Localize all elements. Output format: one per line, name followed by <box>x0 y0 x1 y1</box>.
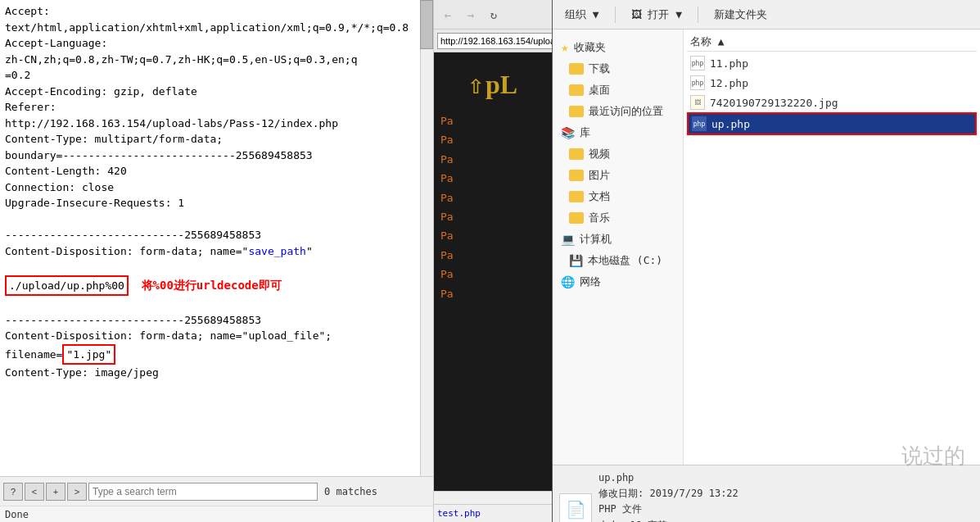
arrow-icon: ⇧ <box>468 69 484 100</box>
folder-icon <box>569 212 584 224</box>
file-list: 名称 ▲ php 11.php php 12.php 🖼 74201907291… <box>684 30 980 465</box>
php-file-icon: php <box>690 56 705 70</box>
nav-favorites[interactable]: ★ 收藏夹 <box>553 36 683 58</box>
pass-item: Pa <box>440 111 545 130</box>
browser-nav: ← → ↻ <box>434 0 552 30</box>
disk-icon: 💾 <box>569 254 583 267</box>
upload-logo: ⇧ pL <box>468 52 517 108</box>
pass-item: Pa <box>440 246 545 265</box>
folder-icon <box>569 63 584 75</box>
organize-button[interactable]: 组织 ▼ <box>559 5 605 25</box>
file-row-upphp[interactable]: php up.php <box>687 112 977 135</box>
pass-item: Pa <box>440 284 545 303</box>
pass-item: Pa <box>440 226 545 245</box>
file-row-jpg[interactable]: 🖼 7420190729132220.jpg <box>687 93 977 112</box>
file-explorer-panel: 组织 ▼ 🖼 打开 ▼ 新建文件夹 ★ 收藏夹 下载 桌面 <box>553 0 980 522</box>
add-button[interactable]: + <box>46 483 65 501</box>
prev-button[interactable]: < <box>25 483 44 501</box>
file-thumb-icon: 📄 <box>566 500 586 520</box>
nav-item-label: 桌面 <box>589 83 610 98</box>
toolbar-divider-2 <box>698 7 698 23</box>
nav-documents[interactable]: 文档 <box>553 186 683 207</box>
pass-item: Pa <box>440 130 545 149</box>
pass-list: Pa Pa Pa Pa Pa Pa Pa Pa Pa Pa <box>434 108 552 306</box>
pass-item: Pa <box>440 150 545 169</box>
file-thumbnail: 📄 <box>559 493 592 522</box>
help-button[interactable]: ? <box>3 483 23 501</box>
nav-item-label: 图片 <box>589 168 610 183</box>
forward-button[interactable]: → <box>462 6 480 24</box>
next-button[interactable]: > <box>67 483 87 501</box>
star-icon: ★ <box>561 39 569 55</box>
request-content[interactable]: Accept: text/html,application/xhtml+xml,… <box>0 0 433 476</box>
toolbar-divider <box>615 7 616 23</box>
file-info-modified: 修改日期: 2019/7/29 13:22 <box>598 486 738 502</box>
folder-icon <box>569 84 584 96</box>
file-info-name: up.php <box>598 470 738 486</box>
pass-item: Pa <box>440 169 545 188</box>
watermark: 说过的 <box>901 442 965 470</box>
explorer-body: ★ 收藏夹 下载 桌面 最近访问的位置 📚 库 <box>553 30 980 465</box>
line-accept: Accept: text/html,application/xhtml+xml,… <box>5 5 409 379</box>
nav-desktop[interactable]: 桌面 <box>553 79 683 101</box>
vertical-scrollbar[interactable] <box>420 0 433 476</box>
nav-pictures[interactable]: 图片 <box>553 165 683 186</box>
new-folder-button[interactable]: 新建文件夹 <box>708 5 773 25</box>
nav-item-label: 最近访问的位置 <box>589 104 663 119</box>
url-input[interactable] <box>437 33 553 49</box>
save-path-link: save_path <box>248 245 305 257</box>
search-input[interactable] <box>88 483 318 501</box>
nav-network[interactable]: 🌐 网络 <box>553 271 683 293</box>
refresh-button[interactable]: ↻ <box>485 6 503 24</box>
back-button[interactable]: ← <box>439 6 457 24</box>
scrollbar-thumb[interactable] <box>420 0 433 49</box>
explorer-nav: ★ 收藏夹 下载 桌面 最近访问的位置 📚 库 <box>553 30 684 465</box>
pass-item: Pa <box>440 207 545 226</box>
status-bar: Done <box>0 506 433 522</box>
file-name: 12.php <box>710 77 748 89</box>
file-row-12php[interactable]: php 12.php <box>687 73 977 93</box>
nav-music[interactable]: 音乐 <box>553 207 683 229</box>
file-name: 11.php <box>710 57 748 70</box>
url-bar-area <box>434 30 552 52</box>
nav-item-label: 视频 <box>589 147 610 161</box>
save-path-value: ./upload/up.php%00 <box>5 275 129 297</box>
logo-text: pL <box>485 70 517 100</box>
file-list-header: 名称 ▲ <box>687 33 977 52</box>
pass-item: Pa <box>440 188 545 207</box>
file-preview: 📄 up.php 修改日期: 2019/7/29 13:22 PHP 文件 大小… <box>559 470 738 522</box>
browser-scrollbar[interactable] <box>434 491 552 504</box>
file-info-size: 大小: 18 字节 <box>598 518 738 522</box>
browser-panel: ← → ↻ ⇧ pL Pa Pa Pa Pa Pa Pa Pa Pa Pa Pa <box>434 0 553 522</box>
nav-videos[interactable]: 视频 <box>553 143 683 165</box>
explorer-bottom-bar: 📄 up.php 修改日期: 2019/7/29 13:22 PHP 文件 大小… <box>553 465 980 522</box>
browser-content: ⇧ pL Pa Pa Pa Pa Pa Pa Pa Pa Pa Pa <box>434 52 552 491</box>
folder-icon <box>569 148 584 160</box>
request-text: Accept: text/html,application/xhtml+xml,… <box>5 3 428 381</box>
nav-item-label: 收藏夹 <box>574 40 606 55</box>
annotation-text: 将%00进行urldecode即可 <box>142 279 282 292</box>
file-row-11php[interactable]: php 11.php <box>687 53 977 73</box>
name-column-header: 名称 ▲ <box>690 34 725 49</box>
nav-library[interactable]: 📚 库 <box>553 122 683 143</box>
filename-value: "1.jpg" <box>62 344 115 365</box>
search-bar: ? < + > 0 matches <box>0 476 433 506</box>
match-count: 0 matches <box>324 486 377 497</box>
img-file-icon: 🖼 <box>690 95 705 110</box>
nav-downloads[interactable]: 下载 <box>553 58 683 79</box>
file-info-type: PHP 文件 <box>598 502 738 517</box>
file-info: up.php 修改日期: 2019/7/29 13:22 PHP 文件 大小: … <box>598 470 738 522</box>
test-php-link[interactable]: test.php <box>437 508 481 519</box>
open-button[interactable]: 🖼 打开 ▼ <box>625 5 688 25</box>
php-file-icon: php <box>690 75 705 90</box>
nav-local-disk[interactable]: 💾 本地磁盘 (C:) <box>553 250 683 271</box>
nav-item-label: 本地磁盘 (C:) <box>588 253 662 268</box>
nav-computer[interactable]: 💻 计算机 <box>553 229 683 250</box>
nav-item-label: 文档 <box>589 189 610 204</box>
library-icon: 📚 <box>561 126 575 139</box>
computer-icon: 💻 <box>561 233 575 246</box>
php-file-icon: php <box>692 116 707 131</box>
nav-item-label: 库 <box>580 125 590 140</box>
nav-recent[interactable]: 最近访问的位置 <box>553 101 683 122</box>
folder-icon <box>569 170 584 181</box>
